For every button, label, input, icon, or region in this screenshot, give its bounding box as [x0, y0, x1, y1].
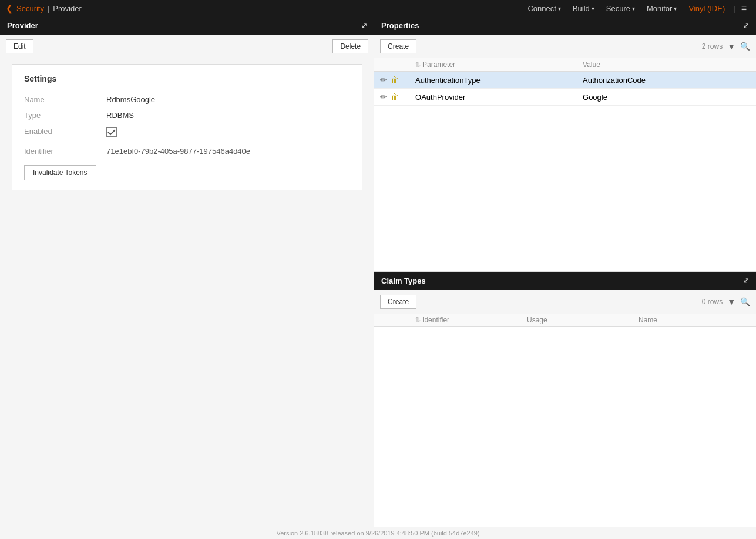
- claim-types-section: Claim Types ⤢ Create 0 rows ▼ 🔍 ⇅ Identi…: [374, 272, 756, 527]
- properties-create-button[interactable]: Create: [380, 39, 416, 53]
- table-row[interactable]: ✏ 🗑 AuthenticationType AuthorizationCode: [374, 72, 756, 89]
- claim-types-actions-col-header: [380, 316, 415, 324]
- breadcrumb: ❮ Security | Provider: [6, 4, 522, 13]
- settings-row-name: Name RdbmsGoogle: [24, 92, 350, 107]
- delete-row-2-icon[interactable]: 🗑: [391, 92, 399, 102]
- filter-icon[interactable]: ▼: [727, 42, 735, 51]
- nav-vinyl-ide[interactable]: Vinyl (IDE): [683, 0, 731, 16]
- nav-secure[interactable]: Secure ▾: [600, 0, 641, 16]
- edit-row-2-icon[interactable]: ✏: [380, 92, 387, 102]
- claim-types-panel-title: Claim Types: [381, 277, 426, 285]
- nav-monitor[interactable]: Monitor ▾: [641, 0, 683, 16]
- claim-types-filter-icon[interactable]: ▼: [727, 297, 735, 306]
- value-type: RDBMS: [106, 111, 134, 120]
- properties-panel-title: Properties: [381, 21, 419, 30]
- footer-text: Version 2.6.18838 released on 9/26/2019 …: [276, 530, 479, 537]
- table-row[interactable]: ✏ 🗑 OAuthProvider Google: [374, 89, 756, 106]
- settings-row-type: Type RDBMS: [24, 107, 350, 123]
- claim-types-table: [374, 327, 756, 527]
- claim-types-search-icon[interactable]: 🔍: [740, 297, 750, 306]
- claim-types-create-button[interactable]: Create: [380, 295, 416, 309]
- properties-expand-icon[interactable]: ⤢: [743, 22, 749, 30]
- settings-card: Settings Name RdbmsGoogle Type RDBMS Ena…: [12, 64, 362, 190]
- secure-chevron-icon: ▾: [632, 5, 635, 12]
- invalidate-tokens-button[interactable]: Invalidate Tokens: [24, 165, 96, 180]
- breadcrumb-separator: |: [48, 4, 49, 13]
- nav-build[interactable]: Build ▾: [567, 0, 600, 16]
- delete-row-1-icon[interactable]: 🗑: [391, 75, 399, 85]
- properties-value-col-header: Value: [583, 60, 750, 69]
- properties-section: Properties ⤢ Create 2 rows ▼ 🔍 ⇅ Paramet…: [374, 16, 756, 272]
- properties-param-col-header: ⇅ Parameter: [415, 60, 583, 69]
- value-name: RdbmsGoogle: [106, 95, 155, 104]
- value-1: AuthorizationCode: [583, 76, 750, 85]
- claim-types-row-count: 0 rows: [702, 298, 723, 306]
- right-panel: Properties ⤢ Create 2 rows ▼ 🔍 ⇅ Paramet…: [374, 16, 756, 527]
- properties-table: ✏ 🗑 AuthenticationType AuthorizationCode…: [374, 72, 756, 271]
- value-2: Google: [583, 93, 750, 102]
- row-actions-2: ✏ 🗑: [380, 92, 415, 102]
- label-enabled: Enabled: [24, 127, 106, 136]
- identifier-sort-icon[interactable]: ⇅: [415, 316, 421, 324]
- checkmark-icon: [106, 127, 117, 137]
- properties-row-count: 2 rows: [702, 42, 723, 50]
- claim-types-name-col-header: Name: [639, 316, 750, 324]
- param-sort-icon[interactable]: ⇅: [415, 61, 421, 69]
- edit-row-1-icon[interactable]: ✏: [380, 75, 387, 85]
- label-type: Type: [24, 111, 106, 120]
- row-actions-1: ✏ 🗑: [380, 75, 415, 85]
- claim-types-identifier-col-header: ⇅ Identifier: [415, 316, 527, 324]
- search-icon[interactable]: 🔍: [740, 42, 750, 51]
- main-content: Provider ⤢ Edit Delete Settings Name Rdb…: [0, 16, 756, 527]
- nav-connect[interactable]: Connect ▾: [522, 0, 566, 16]
- security-link[interactable]: Security: [16, 4, 44, 13]
- nav-links: Connect ▾ Build ▾ Secure ▾ Monitor ▾ Vin…: [522, 0, 750, 16]
- value-identifier: 71e1ebf0-79b2-405a-9877-197546a4d40e: [106, 147, 250, 156]
- properties-panel-header: Properties ⤢: [374, 16, 756, 35]
- monitor-chevron-icon: ▾: [674, 5, 677, 12]
- delete-button[interactable]: Delete: [332, 39, 368, 53]
- current-page-label: Provider: [53, 4, 81, 13]
- provider-panel-body: Settings Name RdbmsGoogle Type RDBMS Ena…: [0, 58, 374, 527]
- claim-types-usage-col-header: Usage: [527, 316, 639, 324]
- connect-chevron-icon: ▾: [558, 5, 561, 12]
- label-identifier: Identifier: [24, 147, 106, 156]
- settings-title: Settings: [24, 74, 350, 83]
- footer: Version 2.6.18838 released on 9/26/2019 …: [0, 527, 756, 539]
- settings-row-identifier: Identifier 71e1ebf0-79b2-405a-9877-19754…: [24, 143, 350, 159]
- value-enabled: [106, 127, 117, 140]
- back-arrow-icon[interactable]: ❮: [6, 4, 13, 13]
- label-name: Name: [24, 95, 106, 104]
- provider-expand-icon[interactable]: ⤢: [361, 22, 367, 30]
- hamburger-icon[interactable]: ≡: [738, 3, 750, 14]
- provider-panel-title: Provider: [7, 21, 38, 30]
- claim-types-panel-header: Claim Types ⤢: [374, 272, 756, 290]
- build-chevron-icon: ▾: [592, 5, 594, 12]
- properties-actions-col-header: [380, 60, 415, 69]
- settings-row-enabled: Enabled: [24, 123, 350, 143]
- param-2: OAuthProvider: [415, 93, 583, 102]
- edit-button[interactable]: Edit: [6, 39, 33, 53]
- nav-separator: |: [731, 4, 737, 13]
- claim-types-expand-icon[interactable]: ⤢: [743, 277, 749, 285]
- top-nav: ❮ Security | Provider Connect ▾ Build ▾ …: [0, 0, 756, 16]
- provider-panel-header: Provider ⤢: [0, 16, 374, 35]
- param-1: AuthenticationType: [415, 76, 583, 85]
- provider-panel: Provider ⤢ Edit Delete Settings Name Rdb…: [0, 16, 374, 527]
